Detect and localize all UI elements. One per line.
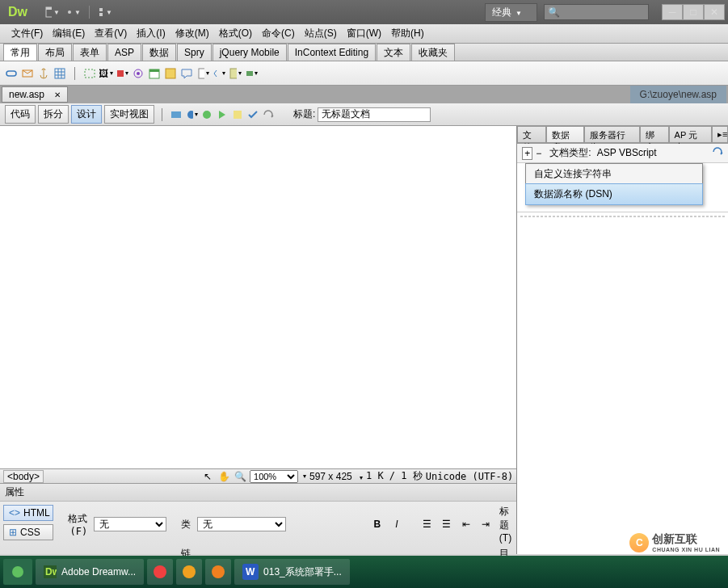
live-code-icon[interactable] bbox=[170, 108, 183, 121]
server-include-icon[interactable] bbox=[164, 67, 177, 80]
menu-window[interactable]: 窗口(W) bbox=[342, 25, 386, 42]
html-mode-button[interactable]: <>HTML bbox=[3, 505, 53, 521]
media-icon[interactable]: ▾ bbox=[116, 67, 128, 80]
search-input[interactable] bbox=[560, 6, 645, 18]
hand-tool-icon[interactable]: ✋ bbox=[217, 470, 230, 483]
menu-file[interactable]: 文件(F) bbox=[6, 25, 48, 42]
insert-toolbar: 🖼▾ ▾ ▾ ▾ ▾ ▾ bbox=[0, 61, 728, 86]
tab-jquery[interactable]: jQuery Mobile bbox=[213, 44, 287, 61]
remove-connection-button[interactable]: − bbox=[532, 148, 545, 159]
svg-point-2 bbox=[68, 10, 71, 14]
document-tab-newasp[interactable]: new.asp ✕ bbox=[2, 86, 68, 103]
template-icon[interactable]: ▾ bbox=[229, 67, 242, 80]
table-icon[interactable] bbox=[53, 67, 66, 80]
widget-icon[interactable] bbox=[132, 67, 145, 80]
add-connection-button[interactable]: + bbox=[522, 147, 532, 160]
file-mgmt-icon[interactable] bbox=[231, 108, 244, 121]
panel-tab-bindings[interactable]: 绑定 bbox=[640, 126, 669, 143]
taskbar: Dw Adobe Dreamw... W 013_系统部署手... bbox=[0, 556, 728, 588]
menu-custom-connection-string[interactable]: 自定义连接字符串 bbox=[526, 164, 702, 184]
menu-dsn[interactable]: 数据源名称 (DSN) bbox=[525, 183, 703, 205]
tab-data[interactable]: 数据 bbox=[142, 44, 176, 61]
panel-tab-server-behaviors[interactable]: 服务器行为 bbox=[584, 126, 640, 143]
menu-edit[interactable]: 编辑(E) bbox=[48, 25, 90, 42]
anchor-icon[interactable] bbox=[37, 67, 50, 80]
design-view-button[interactable]: 设计 bbox=[71, 105, 102, 124]
menu-modify[interactable]: 修改(M) bbox=[170, 25, 214, 42]
search-box[interactable]: 🔍 bbox=[544, 4, 649, 20]
menu-help[interactable]: 帮助(H) bbox=[386, 25, 429, 42]
title-t-label: 标题(T) bbox=[499, 505, 513, 544]
bold-button[interactable]: B bbox=[370, 517, 385, 531]
properties-title[interactable]: 属性 bbox=[0, 484, 516, 502]
ul-button[interactable]: ☰ bbox=[420, 517, 435, 531]
italic-button[interactable]: I bbox=[389, 517, 404, 531]
tab-asp[interactable]: ASP bbox=[107, 44, 141, 61]
live-view-button[interactable]: 实时视图 bbox=[104, 105, 154, 124]
svg-rect-20 bbox=[166, 69, 175, 78]
comment-icon[interactable] bbox=[180, 67, 193, 80]
indent-button[interactable]: ⇥ bbox=[478, 517, 493, 531]
menu-view[interactable]: 查看(V) bbox=[90, 25, 132, 42]
pointer-tool-icon[interactable]: ↖ bbox=[201, 470, 214, 483]
extension-icon[interactable]: ▼ bbox=[66, 5, 81, 19]
task-qq[interactable] bbox=[147, 559, 173, 585]
tab-forms[interactable]: 表单 bbox=[73, 44, 107, 61]
panel-tab-database[interactable]: 数据库 bbox=[546, 126, 584, 143]
refresh-icon[interactable] bbox=[262, 108, 275, 121]
tab-spry[interactable]: Spry bbox=[177, 44, 212, 61]
image-icon[interactable]: 🖼▾ bbox=[99, 67, 112, 80]
menu-format[interactable]: 格式(O) bbox=[214, 25, 257, 42]
tag-chooser-icon[interactable]: ▾ bbox=[245, 67, 258, 80]
refresh-icon[interactable] bbox=[712, 146, 723, 160]
date-icon[interactable] bbox=[148, 67, 161, 80]
start-button[interactable] bbox=[3, 559, 32, 585]
script-icon[interactable]: ▾ bbox=[213, 67, 225, 80]
site-icon[interactable]: ▼ bbox=[98, 5, 112, 19]
svg-rect-23 bbox=[246, 71, 253, 76]
workspace-selector[interactable]: 经典 ▼ bbox=[485, 3, 537, 22]
email-link-icon[interactable] bbox=[21, 67, 34, 80]
zoom-select[interactable]: 100% bbox=[250, 470, 298, 483]
minimize-button[interactable]: ─ bbox=[662, 4, 683, 20]
inspect-icon[interactable]: ▾ bbox=[185, 108, 198, 121]
close-button[interactable]: ✕ bbox=[704, 4, 725, 20]
panel-tab-files[interactable]: 文件 bbox=[517, 126, 546, 143]
format-select[interactable]: 无 bbox=[94, 517, 166, 531]
div-icon[interactable] bbox=[83, 67, 96, 80]
menu-commands[interactable]: 命令(C) bbox=[257, 25, 300, 42]
panel-menu-icon[interactable]: ▸≡ bbox=[712, 126, 728, 143]
outdent-button[interactable]: ⇤ bbox=[459, 517, 473, 531]
layout-icon[interactable]: ▼ bbox=[45, 5, 60, 19]
preview-icon[interactable] bbox=[216, 108, 229, 121]
body-tag[interactable]: <body> bbox=[3, 470, 44, 483]
tab-ice[interactable]: InContext Editing bbox=[288, 44, 376, 61]
task-app2[interactable] bbox=[176, 559, 202, 585]
tab-text[interactable]: 文本 bbox=[377, 44, 410, 61]
class-select[interactable]: 无 bbox=[197, 517, 286, 531]
tab-common[interactable]: 常用 bbox=[3, 44, 37, 61]
split-view-button[interactable]: 拆分 bbox=[38, 105, 69, 124]
tab-layout[interactable]: 布局 bbox=[38, 44, 72, 61]
title-input[interactable] bbox=[318, 107, 431, 122]
task-dreamweaver[interactable]: Dw Adobe Dreamw... bbox=[36, 559, 144, 585]
task-word[interactable]: W 013_系统部署手... bbox=[234, 559, 350, 585]
close-tab-icon[interactable]: ✕ bbox=[54, 90, 61, 99]
server-debug-icon[interactable] bbox=[200, 108, 213, 121]
task-app3[interactable] bbox=[205, 559, 231, 585]
ol-button[interactable]: ☰ bbox=[440, 517, 454, 531]
code-view-button[interactable]: 代码 bbox=[5, 105, 36, 124]
document-toolbar: 代码 拆分 设计 实时视图 ▾ 标题: bbox=[0, 103, 728, 126]
validate-icon[interactable] bbox=[246, 108, 259, 121]
tab-favorites[interactable]: 收藏夹 bbox=[411, 44, 455, 61]
design-canvas[interactable] bbox=[0, 126, 516, 468]
menu-insert[interactable]: 插入(I) bbox=[132, 25, 170, 42]
hyperlink-icon[interactable] bbox=[5, 67, 18, 80]
panel-tab-ap-elements[interactable]: AP 元素 bbox=[669, 126, 712, 143]
maximize-button[interactable]: □ bbox=[683, 4, 704, 20]
zoom-tool-icon[interactable]: 🔍 bbox=[234, 470, 246, 483]
menu-site[interactable]: 站点(S) bbox=[300, 25, 342, 42]
css-mode-button[interactable]: ⊞CSS bbox=[3, 524, 53, 540]
search-icon: 🔍 bbox=[548, 6, 560, 18]
head-icon[interactable]: ▾ bbox=[196, 67, 209, 80]
